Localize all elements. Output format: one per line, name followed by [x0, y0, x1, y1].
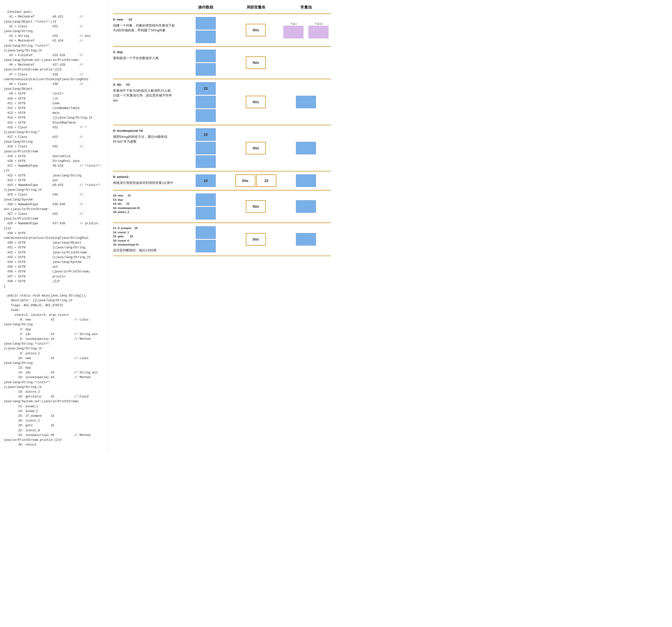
const-box-3-0	[296, 142, 316, 154]
step-desc-1: 3: dup 复制栈顶一个字长的数据并入栈	[113, 50, 181, 76]
local-box-2-0: this	[246, 96, 266, 108]
step-text-2: 常量池中下标为3的值压入栈顶即23入栈23是一个常量池引用，该位置存储字符串 w…	[113, 88, 177, 103]
col-stack-3: 23	[181, 128, 231, 168]
stack-box-2-2	[196, 109, 216, 122]
local-box-4-0: this	[235, 174, 255, 187]
step-text-3: 调用String的构造方法，通过#4最终找到"win"作为参数	[113, 134, 177, 144]
stack-box-0-0	[196, 17, 216, 29]
step-row-6: 11: if_acmpne 1814: iconst_115: goto 191…	[113, 222, 331, 256]
stack-box-1-0	[196, 50, 216, 62]
local-box-1-0: this	[246, 56, 266, 69]
step-desc-4: 9: astore1: 将栈顶引用类型值保存到局部变量1位置中	[113, 174, 181, 187]
local-box-3-0: this	[246, 142, 266, 154]
col-stack-0	[181, 17, 231, 43]
col-local-3: this	[231, 142, 281, 154]
col-const-5	[281, 200, 331, 213]
col-const-4	[281, 174, 331, 187]
step-visuals-3: 23 this	[181, 128, 331, 168]
col-stack-4: 23	[181, 174, 231, 187]
step-row-0: 0: new #2 创建一个对象，对象的类型指向常量池下标为2的存储的值，即创建…	[113, 14, 331, 46]
col-const-6	[281, 233, 331, 246]
stack-box-1-1	[196, 63, 216, 76]
right-panel: 操作数栈 局部变量表 常量池 0: new #2 创建一个对象，对象的类型指向常…	[108, 0, 336, 452]
step-text-4: 将栈顶引用类型值保存到局部变量1位置中	[113, 180, 177, 186]
col-local-1: this	[231, 56, 281, 69]
step-row-3: 6: invokespecial #4 调用String的构造方法，通过#4最终…	[113, 125, 331, 171]
step-visuals-6: this	[181, 226, 331, 252]
step-visuals-1: this	[181, 50, 331, 76]
col-stack-5	[181, 193, 231, 219]
step-visuals-0: this 下标2 下标20	[181, 17, 331, 43]
step-visuals-2: 23 this	[181, 82, 331, 122]
stack-box-0-1	[196, 30, 216, 43]
step-code-4: 9: astore1:	[113, 174, 177, 179]
stack-box-6-0	[196, 226, 216, 239]
col-local-0: this	[231, 24, 281, 37]
step-text-6: 这些是判断跳转，输出1/0结果	[113, 248, 177, 253]
step-code-0: 0: new #2	[113, 17, 177, 22]
step-row-1: 3: dup 复制栈顶一个字长的数据并入栈 this	[113, 46, 331, 79]
stack-box-5-1	[196, 207, 216, 219]
col-local-5: this	[231, 200, 281, 213]
local-box-0-0: this	[246, 24, 266, 37]
stack-box-3-1	[196, 142, 216, 154]
header-row: 操作数栈 局部变量表 常量池	[113, 2, 331, 14]
col-const-2	[281, 96, 331, 108]
step-code-1: 3: dup	[113, 50, 177, 55]
stack-box-4-0: 23	[196, 174, 216, 187]
step-desc-5: 10: new #213: dup14: ldc #316: invokespe…	[113, 193, 181, 219]
col-const-3	[281, 142, 331, 154]
col-stack-6	[181, 226, 231, 252]
col-local-6: this	[231, 233, 281, 246]
const-label-0-0: 下标2	[290, 22, 297, 26]
col-stack-2: 23	[181, 82, 231, 122]
local-box-5-0: this	[246, 200, 266, 213]
step-code-3: 6: invokespecial #4	[113, 128, 177, 133]
const-box-0-0	[283, 26, 304, 38]
const-box-0-1	[308, 26, 329, 38]
step-text-1: 复制栈顶一个字长的数据并入栈	[113, 56, 177, 61]
step-text-0: 创建一个对象，对象的类型指向常量池下标为2的存储的值，即创建了String对象	[113, 23, 177, 33]
col-local-4: this 23	[231, 174, 281, 187]
stack-box-3-2	[196, 155, 216, 168]
step-desc-6: 11: if_acmpne 1814: iconst_115: goto 191…	[113, 226, 181, 252]
step-row-5: 10: new #213: dup14: ldc #316: invokespe…	[113, 190, 331, 222]
col-stack-1	[181, 50, 231, 76]
col-local-2: this	[231, 96, 281, 108]
const-box-2-0	[296, 96, 316, 108]
step-code-2: 4: ldc #3	[113, 82, 177, 87]
const-box-6-0	[296, 233, 316, 246]
const-box-4-0	[296, 174, 316, 187]
stack-box-2-0: 23	[196, 82, 216, 95]
header-stack: 操作数栈	[181, 5, 231, 10]
local-box-6-0: this	[246, 233, 266, 246]
step-desc-0: 0: new #2 创建一个对象，对象的类型指向常量池下标为2的存储的值，即创建…	[113, 17, 181, 43]
stack-box-5-0	[196, 193, 216, 206]
step-code-6: 11: if_acmpne 1814: iconst_115: goto 191…	[113, 226, 177, 247]
step-desc-2: 4: ldc #3 常量池中下标为3的值压入栈顶即23入栈23是一个常量池引用，…	[113, 82, 181, 122]
stack-box-3-0: 23	[196, 128, 216, 141]
stack-box-2-1	[196, 96, 216, 108]
step-code-5: 10: new #213: dup14: ldc #316: invokespe…	[113, 193, 177, 214]
const-box-5-0	[296, 200, 316, 213]
step-row-4: 9: astore1: 将栈顶引用类型值保存到局部变量1位置中 23 this …	[113, 171, 331, 190]
local-box-4-1: 23	[256, 174, 277, 187]
col-const-0: 下标2 下标20	[281, 22, 331, 38]
const-label-0-1: 下标20	[314, 22, 323, 26]
step-desc-3: 6: invokespecial #4 调用String的构造方法，通过#4最终…	[113, 128, 181, 168]
step-visuals-5: this	[181, 193, 331, 219]
step-row-2: 4: ldc #3 常量池中下标为3的值压入栈顶即23入栈23是一个常量池引用，…	[113, 79, 331, 125]
header-const: 常量池	[281, 5, 331, 10]
code-panel: Constant pool: #1 = Methodref #8.#21 // …	[0, 0, 108, 452]
step-visuals-4: 23 this 23	[181, 174, 331, 187]
stack-box-6-1	[196, 240, 216, 252]
code-text: Constant pool: #1 = Methodref #8.#21 // …	[4, 10, 101, 447]
header-local: 局部变量表	[231, 5, 281, 10]
